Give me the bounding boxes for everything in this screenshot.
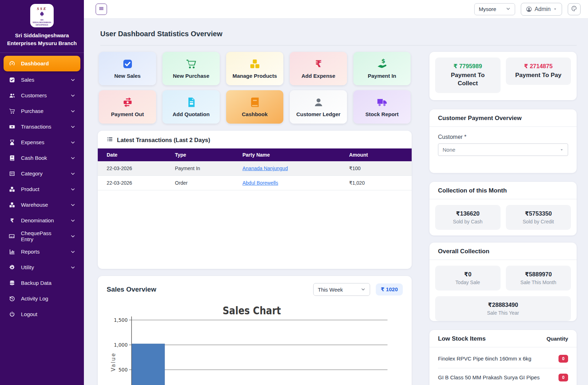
tile-add-quotation[interactable]: Add Quotation	[162, 90, 220, 124]
chevron-down-icon	[361, 287, 365, 293]
content: User Dashboard Statistics Overview New S…	[84, 18, 588, 385]
sidebar-item-warehouse[interactable]: Warehouse	[4, 198, 80, 212]
tile-stock-report[interactable]: Stock Report	[353, 90, 411, 124]
table-row: 22-03-2026OrderAbdul Borewells₹1,020	[98, 176, 412, 190]
chevron-down-icon	[70, 234, 75, 239]
chevron-down-icon	[70, 202, 75, 207]
transactions-table-header-row: DateTypeParty NameAmount	[98, 148, 412, 161]
payment-to-pay-stat: ₹ 2714875 Payment To Pay	[506, 58, 571, 85]
sidebar-item-logout[interactable]: Logout	[4, 307, 80, 321]
power-icon	[9, 311, 15, 318]
sidebar-item-denomination[interactable]: ₹Denomination	[4, 213, 80, 228]
chevron-down-icon	[506, 6, 511, 12]
theme-button[interactable]	[568, 3, 581, 15]
truck-icon	[376, 97, 388, 108]
admin-menu-button[interactable]: Admin	[521, 3, 562, 16]
party-link[interactable]: Ananada Nanjungud	[242, 166, 288, 171]
branch-select-value: Mysore	[479, 6, 496, 12]
customer-select-value: None	[443, 147, 455, 153]
sidebar-item-label: Product	[21, 186, 39, 192]
sold-by-cash-label: Sold by Cash	[439, 219, 497, 224]
today-sale-value: ₹0	[439, 271, 497, 278]
tile-payment-in[interactable]: $Payment In	[353, 52, 411, 85]
branch-select[interactable]: Mysore	[474, 3, 515, 15]
tile-add-expense[interactable]: ₹Add Expense	[290, 52, 347, 85]
sold-by-cash-stat: ₹136620 Sold by Cash	[435, 205, 501, 230]
column-header-type: Type	[166, 148, 234, 161]
tile-label: Add Quotation	[172, 111, 209, 117]
sidebar-item-cash-book[interactable]: Cash Book	[4, 151, 80, 165]
customer-field-label: Customer *	[438, 134, 568, 140]
sidebar-item-reports[interactable]: Reports	[4, 245, 80, 259]
low-stock-list: Finolex RPVC Pipe 6inch 160mm x 6kg0GI B…	[429, 347, 577, 385]
sidebar-item-expenses[interactable]: Expenses	[4, 135, 80, 150]
topbar-right: Mysore Admin	[474, 3, 581, 16]
sidebar-item-label: Backup Data	[21, 280, 52, 286]
sidebar-item-sales[interactable]: Sales	[4, 73, 80, 87]
today-sale-label: Today Sale	[439, 280, 497, 285]
chevron-down-icon	[70, 124, 75, 129]
sidebar-item-customers[interactable]: Customers	[4, 88, 80, 103]
sales-chart: Sales Chart1,5001,000500Value	[98, 298, 412, 385]
topbar: Mysore Admin	[84, 0, 588, 18]
svg-text:1,000: 1,000	[114, 342, 128, 348]
tile-cashbook[interactable]: Cashbook	[226, 90, 283, 124]
payment-summary-card: ₹ 7795989 Payment To Collect ₹ 2714875 P…	[429, 52, 577, 100]
title-divider	[100, 45, 577, 45]
transactions-table: DateTypeParty NameAmount 22-03-2026Payme…	[98, 148, 412, 190]
report-icon	[9, 248, 15, 255]
sidebar-item-purchase[interactable]: Purchase	[4, 104, 80, 118]
collection-month-card: Collection of this Month ₹136620 Sold by…	[429, 182, 577, 235]
sidebar-item-label: Activity Log	[21, 295, 48, 302]
svg-text:₹: ₹	[10, 217, 14, 224]
sidebar-item-label: Denomination	[21, 217, 54, 223]
sidebar-item-label: Category	[21, 170, 43, 177]
money-transfer-icon	[122, 97, 133, 108]
cell-amount: ₹1,020	[340, 176, 412, 190]
sidebar-item-label: Dashboard	[21, 60, 49, 66]
tile-new-purchase[interactable]: New Purchase	[162, 52, 220, 85]
tile-payment-out[interactable]: Payment Out	[99, 90, 156, 124]
sidebar-item-utility[interactable]: Utility	[4, 260, 80, 275]
cell-party: Ananada Nanjungud	[234, 161, 340, 176]
tile-customer-ledger[interactable]: Customer Ledger	[290, 90, 347, 124]
sidebar-item-activity-log[interactable]: Activity Log	[4, 292, 80, 306]
logo-text-line2: SIDDALINGESHWARA	[33, 22, 52, 24]
sales-range-select[interactable]: This Week	[313, 283, 370, 296]
leaf-icon	[38, 11, 46, 19]
customer-select[interactable]: None	[438, 143, 568, 156]
sidebar-item-backup-data[interactable]: Backup Data	[4, 276, 80, 290]
sold-by-cash-value: ₹136620	[439, 210, 497, 217]
tile-label: Customer Ledger	[296, 111, 340, 117]
hamburger-button[interactable]	[96, 4, 107, 15]
payment-to-pay-label: Payment To Pay	[509, 71, 568, 80]
svg-text:Value: Value	[110, 352, 117, 372]
cell-type: Order	[166, 176, 234, 190]
sidebar-item-transactions[interactable]: Transactions	[4, 120, 80, 134]
sidebar-item-dashboard[interactable]: Dashboard	[4, 56, 80, 71]
cell-date: 22-03-2026	[98, 161, 166, 176]
svg-text:₹: ₹	[315, 58, 322, 69]
tile-label: New Sales	[114, 73, 140, 79]
chevron-down-icon	[70, 171, 75, 176]
sidebar-item-chequepass-entry[interactable]: ChequePass Entry	[4, 229, 80, 243]
sidebar-item-product[interactable]: Product	[4, 182, 80, 196]
cart-icon	[186, 58, 197, 70]
column-header-amount: Amount	[340, 148, 412, 161]
party-link[interactable]: Abdul Borewells	[242, 180, 278, 186]
tile-label: Cashbook	[242, 111, 268, 117]
book-icon	[9, 154, 15, 161]
sidebar-item-label: Purchase	[21, 108, 43, 114]
list-icon	[9, 170, 15, 177]
tile-label: New Purchase	[173, 73, 209, 79]
sidebar-item-category[interactable]: Category	[4, 167, 80, 181]
chevron-down-icon	[70, 93, 75, 98]
tile-manage-products[interactable]: Manage Products	[226, 52, 283, 85]
rupee-icon: ₹	[9, 217, 15, 224]
tile-new-sales[interactable]: New Sales	[99, 52, 156, 85]
page-title: User Dashboard Statistics Overview	[100, 30, 577, 38]
tile-label: Payment Out	[111, 111, 144, 117]
quantity-badge: 0	[558, 355, 568, 363]
rupee-icon: ₹	[313, 58, 324, 70]
customer-payment-overview-card: Customer Payment Overview Customer * Non…	[429, 109, 577, 173]
